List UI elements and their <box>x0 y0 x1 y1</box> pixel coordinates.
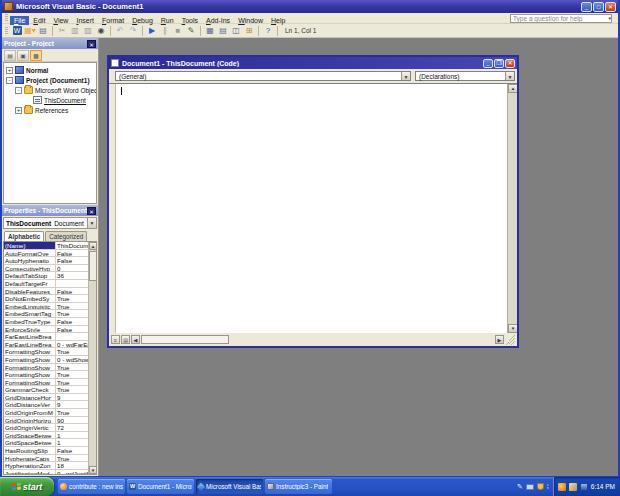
property-value[interactable]: False <box>56 257 88 264</box>
property-row[interactable]: AutoFormatOveFalse <box>4 250 88 258</box>
property-row[interactable]: EnforceStyleFalse <box>4 326 88 334</box>
menu-window[interactable]: Window <box>234 16 267 25</box>
tree-item-microsoft-word-objects[interactable]: -Microsoft Word Objects <box>4 85 96 95</box>
maximize-button[interactable]: □ <box>593 2 604 12</box>
toggle-folders-button[interactable]: ▩ <box>30 50 42 61</box>
taskbar-task-instructpic3-paint[interactable]: Instructpic3 - Paint <box>265 479 332 494</box>
property-value[interactable]: True <box>56 409 88 416</box>
property-row[interactable]: FormattingShowTrue <box>4 364 88 372</box>
code-vertical-scrollbar[interactable]: ▲ ▼ <box>507 84 517 333</box>
property-value[interactable]: True <box>56 386 88 393</box>
property-value[interactable]: 1 <box>56 432 88 439</box>
property-value[interactable]: 36 <box>56 272 88 279</box>
hidden-icons-chevron[interactable]: ⁞ <box>547 483 549 490</box>
menu-help[interactable]: Help <box>267 16 289 25</box>
menubar-grip[interactable] <box>5 14 8 22</box>
property-row[interactable]: ConsecutiveHyp0 <box>4 265 88 273</box>
undo-icon[interactable]: ↶ <box>114 25 126 37</box>
tree-item-thisdocument[interactable]: ThisDocument <box>4 95 96 105</box>
property-row[interactable]: FormattingShowTrue <box>4 371 88 379</box>
procedure-dropdown-icon[interactable]: ▼ <box>505 72 514 80</box>
property-value[interactable]: 0 - wdFarEastL <box>56 341 88 348</box>
collapse-icon[interactable]: - <box>6 77 13 84</box>
property-value[interactable]: 9 <box>56 401 88 408</box>
object-selector-combo[interactable]: ThisDocument Document ▼ <box>3 217 97 229</box>
property-value[interactable]: False <box>56 288 88 295</box>
property-row[interactable]: FarEastLineBrea <box>4 333 88 341</box>
tray-display-icon[interactable] <box>580 483 588 491</box>
property-value[interactable] <box>56 333 88 340</box>
procedure-dropdown[interactable]: (Declarations) ▼ <box>415 71 515 81</box>
property-value[interactable]: True <box>56 364 88 371</box>
project-panel-title-bar[interactable]: Project - Project ✕ <box>2 38 98 49</box>
hscroll-right-icon[interactable]: ▶ <box>495 335 504 344</box>
property-value[interactable]: False <box>56 447 88 454</box>
code-minimize-button[interactable]: _ <box>483 59 493 68</box>
property-row[interactable]: GridDistanceVer9 <box>4 401 88 409</box>
property-row[interactable]: DefaultTargetFr <box>4 280 88 288</box>
property-row[interactable]: FormattingShow0 - wdShowFilt <box>4 356 88 364</box>
minimize-button[interactable]: _ <box>581 2 592 12</box>
property-row[interactable]: GridSpaceBetwe1 <box>4 439 88 447</box>
view-code-button[interactable]: ▤ <box>4 50 16 61</box>
scroll-down-icon[interactable]: ▼ <box>89 466 97 474</box>
break-icon[interactable]: ∥ <box>159 25 171 37</box>
combo-dropdown-icon[interactable]: ▼ <box>87 218 96 228</box>
tab-categorized[interactable]: Categorized <box>45 231 87 241</box>
property-row[interactable]: FormattingShowTrue <box>4 348 88 356</box>
menu-file[interactable]: File <box>10 16 29 25</box>
code-editor-area[interactable]: ▲ ▼ <box>109 83 517 333</box>
property-value[interactable]: ThisDocument <box>56 242 88 249</box>
procedure-view-button[interactable]: ≡ <box>111 335 120 344</box>
security-shield-icon[interactable] <box>537 483 544 490</box>
property-value[interactable]: 72 <box>56 424 88 431</box>
property-row[interactable]: AutoHyphenatioFalse <box>4 257 88 265</box>
property-row[interactable]: GridOriginVertic72 <box>4 424 88 432</box>
property-row[interactable]: JustificationMod0 - wdJustifica <box>4 470 88 474</box>
expand-icon[interactable]: + <box>6 67 13 74</box>
property-value[interactable]: False <box>56 326 88 333</box>
display-icon[interactable] <box>526 484 534 490</box>
start-button[interactable]: start <box>0 477 54 496</box>
property-row[interactable]: DefaultTabStop36 <box>4 272 88 280</box>
property-value[interactable]: False <box>56 250 88 257</box>
cut-icon[interactable]: ✂ <box>56 25 68 37</box>
property-value[interactable]: 1 <box>56 439 88 446</box>
property-row[interactable]: GridOriginFromMTrue <box>4 409 88 417</box>
property-row[interactable]: (Name)ThisDocument <box>4 242 88 250</box>
object-dropdown-icon[interactable]: ▼ <box>401 72 410 80</box>
property-row[interactable]: GridSpaceBetwe1 <box>4 432 88 440</box>
reset-icon[interactable]: ■ <box>172 25 184 37</box>
menu-addins[interactable]: Add-Ins <box>202 16 234 25</box>
collapse-icon[interactable]: - <box>15 87 22 94</box>
property-value[interactable]: True <box>56 379 88 386</box>
property-row[interactable]: FarEastLineBrea0 - wdFarEastL <box>4 341 88 349</box>
properties-panel-title-bar[interactable]: Properties - ThisDocument ✕ <box>2 205 98 216</box>
property-value[interactable]: True <box>56 303 88 310</box>
property-value[interactable]: 0 - wdShowFilt <box>56 356 88 363</box>
code-scroll-down-icon[interactable]: ▼ <box>508 324 517 333</box>
property-row[interactable]: DisableFeaturesFalse <box>4 288 88 296</box>
paste-icon[interactable]: ▨ <box>82 25 94 37</box>
property-value[interactable]: True <box>56 295 88 302</box>
property-value[interactable]: True <box>56 348 88 355</box>
property-row[interactable]: EmbedLinguisticTrue <box>4 303 88 311</box>
property-row[interactable]: HasRoutingSlipFalse <box>4 447 88 455</box>
tray-update-icon[interactable] <box>569 483 577 491</box>
tab-alphabetic[interactable]: Alphabetic <box>4 231 44 241</box>
property-value[interactable]: False <box>56 318 88 325</box>
taskbar-task-contribute-new-instr-[interactable]: contribute : new instr... <box>58 479 125 494</box>
property-row[interactable]: HyphenateCapsTrue <box>4 455 88 463</box>
project-panel-close-icon[interactable]: ✕ <box>87 40 96 48</box>
property-row[interactable]: GridOriginHorizo90 <box>4 417 88 425</box>
property-value[interactable]: True <box>56 455 88 462</box>
property-value[interactable]: 0 <box>56 265 88 272</box>
property-value[interactable]: True <box>56 310 88 317</box>
tree-item-normal[interactable]: +Normal <box>4 65 96 75</box>
pencil-icon[interactable]: ✎ <box>517 483 523 491</box>
code-scroll-up-icon[interactable]: ▲ <box>508 84 517 93</box>
property-row[interactable]: DoNotEmbedSyTrue <box>4 295 88 303</box>
expand-icon[interactable]: + <box>15 107 22 114</box>
toolbar-grip[interactable] <box>5 27 8 35</box>
property-value[interactable]: 9 <box>56 394 88 401</box>
